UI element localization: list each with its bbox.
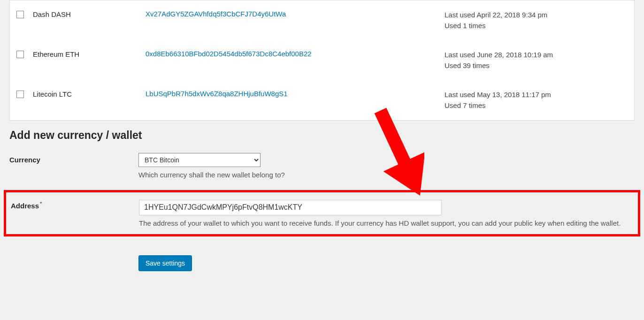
address-label: Address	[11, 202, 39, 210]
currency-label: Currency	[9, 153, 138, 164]
currency-help-text: Which currency shall the new wallet belo…	[138, 170, 635, 181]
usage-cell: Last used April 22, 2018 9:34 pm Used 1 …	[445, 10, 628, 31]
address-cell: LbUSqPbR7h5dxWv6Z8qa8ZHHjuBfuW8gS1	[146, 90, 445, 98]
required-indicator: *	[40, 201, 42, 206]
address-form-row: Address* The address of your wallet to w…	[4, 190, 640, 237]
currency-form-row: Currency BTC Bitcoin Which currency shal…	[0, 153, 644, 181]
used-times-text: Used 1 times	[445, 21, 628, 31]
table-row: Litecoin LTC LbUSqPbR7h5dxWv6Z8qa8ZHHjuB…	[10, 80, 634, 120]
used-times-text: Used 39 times	[445, 61, 628, 71]
wallet-address-link[interactable]: LbUSqPbR7h5dxWv6Z8qa8ZHHjuBfuW8gS1	[146, 90, 288, 98]
address-input-cell: The address of your wallet to which you …	[139, 200, 633, 229]
address-cell: 0xd8Eb66310BFbd02D5454db5f673Dc8C4ebf00B…	[146, 50, 445, 58]
last-used-text: Last used April 22, 2018 9:34 pm	[445, 10, 628, 21]
last-used-text: Last used May 13, 2018 11:17 pm	[445, 90, 628, 100]
currency-name: Litecoin LTC	[33, 90, 146, 98]
address-label-cell: Address*	[11, 200, 139, 210]
last-used-text: Last used June 28, 2018 10:19 am	[445, 50, 628, 61]
section-heading: Add new currency / wallet	[9, 129, 635, 142]
currency-name: Dash DASH	[33, 10, 146, 18]
currency-input-cell: BTC Bitcoin Which currency shall the new…	[138, 153, 635, 181]
row-checkbox[interactable]	[16, 91, 24, 98]
row-checkbox[interactable]	[16, 51, 24, 58]
currency-select[interactable]: BTC Bitcoin	[138, 153, 261, 167]
usage-cell: Last used May 13, 2018 11:17 pm Used 7 t…	[445, 90, 628, 111]
row-checkbox[interactable]	[16, 11, 24, 18]
currency-name: Ethereum ETH	[33, 50, 146, 58]
usage-cell: Last used June 28, 2018 10:19 am Used 39…	[445, 50, 628, 71]
checkbox-cell	[16, 90, 33, 98]
table-row: Dash DASH Xv27AdGY5ZGAVhfdq5f3CbCFJ7D4y6…	[10, 0, 634, 40]
checkbox-cell	[16, 50, 33, 58]
address-input[interactable]	[139, 200, 442, 215]
table-row: Ethereum ETH 0xd8Eb66310BFbd02D5454db5f6…	[10, 40, 634, 80]
checkbox-cell	[16, 10, 33, 18]
wallet-address-link[interactable]: 0xd8Eb66310BFbd02D5454db5f673Dc8C4ebf00B…	[146, 50, 312, 58]
used-times-text: Used 7 times	[445, 100, 628, 111]
address-help-text: The address of your wallet to which you …	[139, 218, 633, 229]
wallet-table: Dash DASH Xv27AdGY5ZGAVhfdq5f3CbCFJ7D4y6…	[9, 0, 635, 121]
address-cell: Xv27AdGY5ZGAVhfdq5f3CbCFJ7D4y6UtWa	[146, 10, 445, 18]
wallet-address-link[interactable]: Xv27AdGY5ZGAVhfdq5f3CbCFJ7D4y6UtWa	[146, 10, 286, 18]
save-settings-button[interactable]: Save settings	[138, 255, 192, 271]
